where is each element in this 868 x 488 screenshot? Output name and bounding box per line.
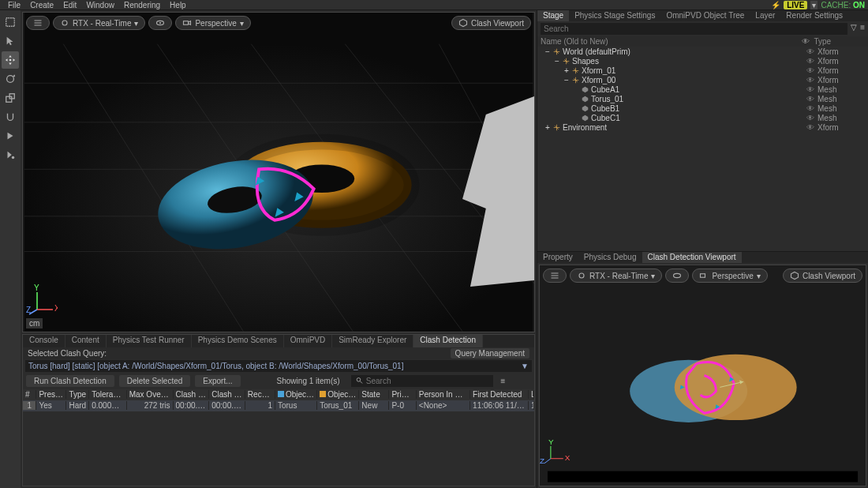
col-priority[interactable]: Priority — [389, 390, 416, 399]
scale-tool[interactable] — [2, 89, 19, 107]
col-clashend[interactable]: Clash End — [209, 390, 245, 399]
visibility-toggle[interactable]: 👁 — [806, 57, 817, 66]
menu-rendering[interactable]: Rendering — [119, 1, 165, 9]
visibility-toggle[interactable]: 👁 — [806, 123, 817, 132]
tree-toggle[interactable]: − — [544, 47, 552, 56]
menu-window[interactable]: Window — [81, 1, 119, 9]
col-records[interactable]: Records — [245, 390, 275, 399]
visibility-toggle[interactable]: 👁 — [806, 114, 817, 122]
main-viewport[interactable]: RTX - Real-Time▾ Perspective▾ Clash View… — [22, 12, 535, 332]
tree-col-name[interactable]: Name (Old to New) — [541, 37, 608, 46]
tab-stage[interactable]: Stage — [537, 10, 569, 21]
tree-row[interactable]: −World (defaultPrim)👁Xform — [537, 47, 868, 56]
export-btn[interactable]: Export... — [195, 375, 240, 387]
tree-row[interactable]: +Environment👁Xform — [537, 122, 868, 132]
select-tool[interactable] — [2, 13, 19, 31]
col-obja[interactable]: Object A — [275, 390, 317, 399]
cvp-clash-btn[interactable]: Clash Viewport — [783, 268, 862, 283]
tab-omnipvd-tree[interactable]: OmniPVD Object Tree — [660, 10, 750, 21]
sim-tool[interactable] — [2, 146, 19, 163]
rotate-tool[interactable] — [2, 70, 19, 88]
stage-menu-icon[interactable]: ≡ — [860, 23, 865, 35]
visibility-toggle[interactable]: 👁 — [806, 76, 817, 84]
stage-search-input[interactable] — [541, 23, 847, 35]
run-clash-btn[interactable]: Run Clash Detection — [26, 375, 114, 387]
col-clashstart[interactable]: Clash Start — [174, 390, 210, 399]
tree-row[interactable]: CubeB1👁Mesh — [537, 103, 868, 113]
clash-search-input[interactable] — [366, 377, 488, 385]
cvp-visibility-btn[interactable] — [665, 268, 689, 283]
tree-toggle[interactable]: − — [563, 76, 571, 84]
stage-tree[interactable]: −World (defaultPrim)👁Xform−Shapes👁Xform+… — [537, 47, 868, 251]
tab-omnipvd[interactable]: OmniPVD — [284, 335, 332, 347]
mesh-icon — [580, 105, 589, 112]
col-objb[interactable]: Object B — [317, 390, 359, 399]
pointer-tool[interactable] — [2, 32, 19, 50]
col-person[interactable]: Person In Charge — [417, 390, 470, 399]
vp-renderer-dropdown[interactable]: RTX - Real-Time▾ — [53, 16, 145, 30]
tab-render-settings[interactable]: Render Settings — [780, 10, 848, 21]
clash-menu-icon[interactable]: ≡ — [501, 377, 506, 385]
col-tolerance[interactable]: Tolerance — [89, 390, 127, 399]
tree-toggle[interactable]: − — [553, 57, 561, 66]
cvp-renderer-dropdown[interactable]: RTX - Real-Time▾ — [570, 268, 662, 283]
tab-clash-detection[interactable]: Clash Detection — [413, 335, 483, 347]
query-management-btn[interactable]: Query Management — [451, 348, 529, 358]
menu-create[interactable]: Create — [25, 1, 58, 9]
tree-row[interactable]: −Shapes👁Xform — [537, 56, 868, 66]
menu-file[interactable]: File — [3, 1, 25, 9]
tab-physics-demo[interactable]: Physics Demo Scenes — [192, 335, 284, 347]
tab-console[interactable]: Console — [23, 335, 65, 347]
query-dropdown[interactable]: Torus [hard] [static] [object A: /World/… — [25, 360, 532, 372]
clash-search[interactable] — [351, 375, 493, 387]
cvp-settings-btn[interactable] — [543, 268, 567, 283]
move-tool[interactable] — [2, 51, 19, 69]
vp-visibility-btn[interactable] — [148, 16, 172, 30]
play-tool[interactable] — [2, 127, 19, 145]
tree-row[interactable]: CubeC1👁Mesh — [537, 113, 868, 122]
tab-content[interactable]: Content — [65, 335, 107, 347]
tree-row[interactable]: −Xform_00👁Xform — [537, 75, 868, 84]
tree-row[interactable]: Torus_01👁Mesh — [537, 94, 868, 103]
tab-physics-stage[interactable]: Physics Stage Settings — [569, 10, 660, 21]
tab-physics-test[interactable]: Physics Test Runner — [107, 335, 192, 347]
menu-edit[interactable]: Edit — [58, 1, 81, 9]
col-type[interactable]: Type — [66, 390, 89, 399]
tab-clash-viewport[interactable]: Clash Detection Viewport — [642, 252, 742, 263]
tree-toggle[interactable]: + — [544, 123, 552, 132]
axis-widget[interactable]: Y X Z — [26, 284, 58, 316]
tab-physics-debug[interactable]: Physics Debug — [578, 252, 642, 263]
col-num[interactable]: # — [23, 390, 36, 399]
col-lastmod[interactable]: Last Modified — [529, 390, 534, 399]
col-state[interactable]: State — [359, 390, 389, 399]
visibility-toggle[interactable]: 👁 — [806, 95, 817, 103]
tree-col-type[interactable]: Type — [814, 37, 831, 46]
cvp-camera-dropdown[interactable]: Perspective▾ — [692, 268, 767, 283]
tab-property[interactable]: Property — [537, 252, 578, 263]
tree-row[interactable]: CubeA1👁Mesh — [537, 84, 868, 94]
filter-icon[interactable]: ▽ — [851, 23, 857, 35]
col-present[interactable]: Present — [36, 390, 66, 399]
menu-help[interactable]: Help — [165, 1, 191, 9]
tree-row[interactable]: +Xform_01👁Xform — [537, 66, 868, 75]
vp-camera-dropdown[interactable]: Perspective▾ — [175, 16, 250, 30]
snap-tool[interactable] — [2, 108, 19, 126]
col-maxoverlaps[interactable]: Max Overlaps — [127, 390, 174, 399]
vp-settings-btn[interactable] — [26, 16, 50, 30]
live-dropdown[interactable]: ▾ — [810, 1, 817, 9]
delete-selected-btn[interactable]: Delete Selected — [119, 375, 191, 387]
vp-clash-viewport-btn[interactable]: Clash Viewport — [451, 16, 531, 30]
tab-layer[interactable]: Layer — [750, 10, 780, 21]
clash-viewport[interactable]: RTX - Real-Time▾ Perspective▾ Clash View… — [539, 265, 866, 486]
visibility-toggle[interactable]: 👁 — [806, 85, 817, 94]
tab-simready[interactable]: SimReady Explorer — [332, 335, 413, 347]
visibility-toggle[interactable]: 👁 — [806, 104, 817, 113]
live-badge[interactable]: LIVE — [784, 1, 807, 9]
col-firstdet[interactable]: First Detected — [470, 390, 529, 399]
visibility-toggle[interactable]: 👁 — [806, 47, 817, 56]
svg-rect-38 — [548, 471, 858, 482]
table-row[interactable]: 1 Yes Hard 0.000000 272 tris 00:00.00 00… — [23, 400, 534, 411]
svg-text:Y: Y — [548, 437, 554, 446]
visibility-toggle[interactable]: 👁 — [806, 66, 817, 75]
tree-toggle[interactable]: + — [563, 66, 571, 75]
